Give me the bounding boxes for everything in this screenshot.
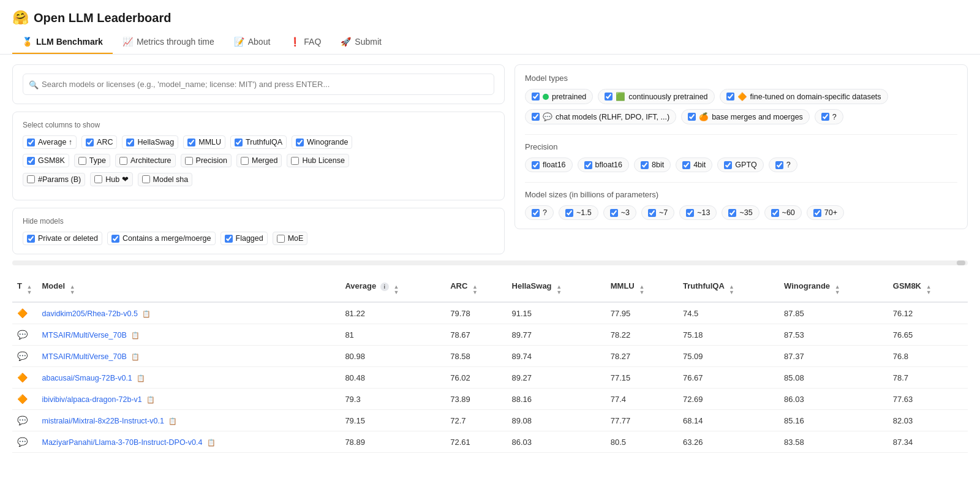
size-1-5b[interactable]: ~1.5 <box>559 205 598 220</box>
tab-faq-label: FAQ <box>304 37 321 47</box>
tab-metrics[interactable]: 📈 Metrics through time <box>113 31 224 54</box>
th-truthfulqa[interactable]: TruthfulQA ▲▼ <box>678 275 779 302</box>
col-params[interactable]: #Params (B) <box>23 173 85 186</box>
average-info-icon[interactable]: i <box>380 283 389 291</box>
th-gsm8k[interactable]: GSM8K ▲▼ <box>888 275 968 302</box>
model-link[interactable]: MaziyarPanahi/Llama-3-70B-Instruct-DPO-v… <box>42 438 203 447</box>
model-link[interactable]: MTSAIR/MultiVerse_70B <box>42 331 127 340</box>
model-link[interactable]: abacusai/Smaug-72B-v0.1 <box>42 374 132 382</box>
tab-about[interactable]: 📝 About <box>224 31 281 54</box>
th-type[interactable]: T ▲▼ <box>12 275 37 302</box>
prec-gptq[interactable]: GPTQ <box>717 157 763 172</box>
tab-submit[interactable]: 🚀 Submit <box>331 31 391 54</box>
row-average: 78.89 <box>340 431 445 453</box>
search-input[interactable] <box>23 74 494 95</box>
table-row: 💬 MTSAIR/MultiVerse_70B 📋 80.98 78.58 89… <box>12 346 968 367</box>
scrollbar-thumb[interactable] <box>957 260 965 265</box>
precision-section: Precision float16 bfloat16 8bit 4bit <box>525 142 957 172</box>
col-model-sha[interactable]: Model sha <box>138 173 193 186</box>
prec-8bit[interactable]: 8bit <box>634 157 671 172</box>
size-70b[interactable]: 70+ <box>807 205 844 220</box>
tab-submit-emoji: 🚀 <box>341 37 351 47</box>
th-arc[interactable]: ARC ▲▼ <box>445 275 507 302</box>
size-unknown[interactable]: ? <box>525 205 554 220</box>
copy-icon[interactable]: 📋 <box>207 439 216 446</box>
col-precision[interactable]: Precision <box>181 154 232 167</box>
hide-models-box: Hide models Private or deleted Contains … <box>12 208 505 254</box>
prec-bfloat16[interactable]: bfloat16 <box>578 157 629 172</box>
col-hellaswag[interactable]: HellaSwag <box>122 135 178 149</box>
col-winogrande[interactable]: Winogrande <box>292 135 352 149</box>
table-row: 💬 MaziyarPanahi/Llama-3-70B-Instruct-DPO… <box>12 431 968 453</box>
col-gsm8k[interactable]: GSM8K <box>23 154 69 167</box>
th-average[interactable]: Average i ▲▼ <box>340 275 445 302</box>
model-link[interactable]: davidkim205/Rhea-72b-v0.5 <box>42 309 138 318</box>
copy-icon[interactable]: 📋 <box>142 310 151 317</box>
prec-float16[interactable]: float16 <box>525 157 573 172</box>
col-hub-license[interactable]: Hub License <box>287 154 349 167</box>
prec-4bit[interactable]: 4bit <box>676 157 712 172</box>
main-content: 🔍 Select columns to show Average ↑ ARC H… <box>0 64 980 254</box>
col-merged[interactable]: Merged <box>236 154 282 167</box>
model-link[interactable]: MTSAIR/MultiVerse_70B <box>42 352 127 361</box>
model-types-section: Model types pretrained 🟩 continuously pr… <box>525 74 957 124</box>
size-60b[interactable]: ~60 <box>764 205 802 220</box>
model-link[interactable]: mistralai/Mixtral-8x22B-Instruct-v0.1 <box>42 417 164 425</box>
row-truthfulqa: 68.14 <box>678 410 779 431</box>
row-arc: 78.58 <box>445 346 507 367</box>
tab-faq[interactable]: ❗ FAQ <box>280 31 331 54</box>
row-type: 🔶 <box>12 302 37 324</box>
col-architecture[interactable]: Architecture <box>115 154 176 167</box>
copy-icon[interactable]: 📋 <box>137 374 145 382</box>
size-7b[interactable]: ~7 <box>641 205 674 220</box>
model-link[interactable]: ibivibiv/alpaca-dragon-72b-v1 <box>42 395 142 404</box>
row-truthfulqa: 75.09 <box>678 346 779 367</box>
size-13b[interactable]: ~13 <box>679 205 717 220</box>
type-merges[interactable]: 🍊 base merges and moerges <box>681 109 810 124</box>
th-hellaswag[interactable]: HellaSwag ▲▼ <box>507 275 606 302</box>
col-type[interactable]: Type <box>74 154 110 167</box>
row-average: 81 <box>340 324 445 346</box>
hide-merge[interactable]: Contains a merge/moerge <box>107 232 216 245</box>
size-35b[interactable]: ~35 <box>722 205 759 220</box>
type-finetuned[interactable]: 🔶 fine-tuned on domain-specific datasets <box>720 89 888 104</box>
hide-flagged[interactable]: Flagged <box>221 232 268 245</box>
row-winogrande: 87.53 <box>779 324 888 346</box>
prec-unknown[interactable]: ? <box>769 157 797 172</box>
scrollbar[interactable] <box>12 260 968 265</box>
row-hellaswag: 89.74 <box>507 346 606 367</box>
col-mmlu[interactable]: MMLU <box>183 135 225 149</box>
type-chat[interactable]: 💬 chat models (RLHF, DPO, IFT, ...) <box>525 109 676 124</box>
table-row: 🔶 davidkim205/Rhea-72b-v0.5 📋 81.22 79.7… <box>12 302 968 324</box>
row-arc: 73.89 <box>445 389 507 410</box>
tab-benchmark[interactable]: 🏅 LLM Benchmark <box>12 31 113 54</box>
col-truthfulqa[interactable]: TruthfulQA <box>230 135 287 149</box>
row-type: 💬 <box>12 410 37 431</box>
table-row: 💬 MTSAIR/MultiVerse_70B 📋 81 78.67 89.77… <box>12 324 968 346</box>
row-type: 💬 <box>12 346 37 367</box>
copy-icon[interactable]: 📋 <box>146 396 155 403</box>
columns-row-3: #Params (B) Hub ❤ Model sha <box>23 172 494 186</box>
tab-bar: 🏅 LLM Benchmark 📈 Metrics through time 📝… <box>0 31 980 55</box>
th-model[interactable]: Model ▲▼ <box>37 275 341 302</box>
hide-private[interactable]: Private or deleted <box>23 232 102 245</box>
copy-icon[interactable]: 📋 <box>131 332 140 339</box>
col-hub[interactable]: Hub ❤ <box>90 172 132 186</box>
col-average[interactable]: Average ↑ <box>23 135 77 149</box>
tab-faq-emoji: ❗ <box>290 37 300 47</box>
col-arc[interactable]: ARC <box>81 135 117 149</box>
th-mmlu[interactable]: MMLU ▲▼ <box>606 275 678 302</box>
type-pretrained[interactable]: pretrained <box>525 89 593 104</box>
size-3b[interactable]: ~3 <box>603 205 636 220</box>
th-winogrande[interactable]: Winogrande ▲▼ <box>779 275 888 302</box>
copy-icon[interactable]: 📋 <box>131 353 140 360</box>
hide-moe[interactable]: MoE <box>273 232 308 245</box>
columns-row-1: Average ↑ ARC HellaSwag MMLU TruthfulQA … <box>23 135 494 149</box>
type-unknown[interactable]: ? <box>815 109 843 124</box>
copy-icon[interactable]: 📋 <box>168 417 177 425</box>
type-cont-pretrained[interactable]: 🟩 continuously pretrained <box>598 89 714 104</box>
row-mmlu: 77.95 <box>606 302 678 324</box>
row-mmlu: 80.5 <box>606 431 678 453</box>
row-winogrande: 85.16 <box>779 410 888 431</box>
row-truthfulqa: 72.69 <box>678 389 779 410</box>
